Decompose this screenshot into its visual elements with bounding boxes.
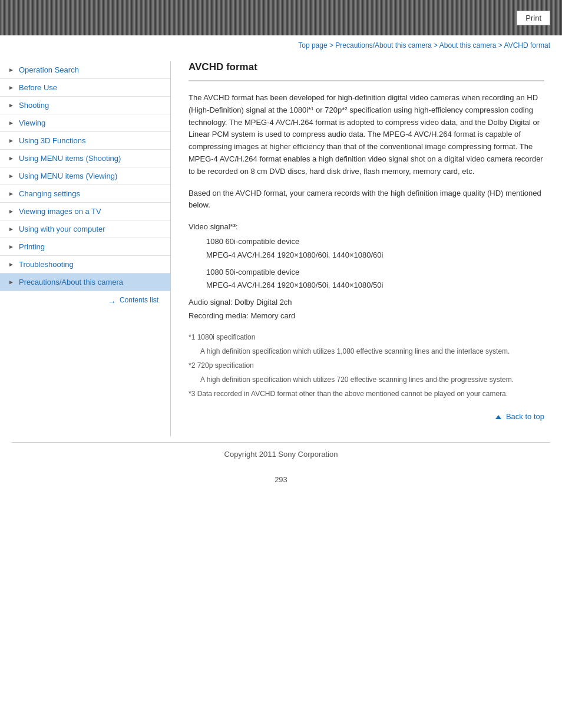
footnote-2-text: A high definition specification which ut… (200, 374, 544, 385)
arrow-icon-before-use: ► (8, 84, 15, 91)
arrow-icon-menu-viewing: ► (8, 173, 15, 180)
sidebar-label-printing: Printing (19, 242, 45, 251)
footnote-3-ref: *3 (189, 390, 195, 398)
footnote-3-text: Data recorded in AVCHD format other than… (197, 390, 508, 398)
breadcrumb-precautions[interactable]: Precautions/About this camera (335, 41, 431, 50)
back-to-top-label: Back to top (506, 412, 544, 421)
footnote-2-ref: *2 720p specification (189, 360, 544, 371)
arrow-icon-menu-shooting: ► (8, 155, 15, 162)
content-area: AVCHD format The AVCHD format has been d… (171, 61, 562, 436)
arrow-icon-troubleshooting: ► (8, 261, 15, 268)
breadcrumb-top-page[interactable]: Top page (298, 41, 327, 50)
sidebar-label-operation-search: Operation Search (19, 65, 79, 74)
video-line-2: MPEG-4 AVC/H.264 1920×1080/60i, 1440×108… (206, 249, 544, 262)
sidebar-item-precautions[interactable]: ► Precautions/About this camera (0, 274, 170, 291)
sidebar-item-troubleshooting[interactable]: ► Troubleshooting (0, 256, 170, 274)
sidebar-item-printing[interactable]: ► Printing (0, 238, 170, 256)
back-to-top-link[interactable]: Back to top (495, 412, 544, 421)
footnote-3-ref-text: *3 Data recorded in AVCHD format other t… (189, 388, 544, 399)
video-line-3: 1080 50i-compatible device (206, 266, 544, 279)
sidebar-label-precautions: Precautions/About this camera (19, 278, 123, 286)
sidebar: ► Operation Search ► Before Use ► Shooti… (0, 61, 171, 436)
page-number: 293 (0, 466, 562, 493)
content-paragraph-2: Based on the AVCHD format, your camera r… (189, 187, 544, 212)
arrow-icon-viewing-tv: ► (8, 208, 15, 215)
footnotes-section: *1 1080i specification A high definition… (189, 332, 544, 399)
content-paragraph-1: The AVCHD format has been developed for … (189, 92, 544, 178)
footnote-1-text: A high definition specification which ut… (200, 346, 544, 357)
sidebar-item-3d-functions[interactable]: ► Using 3D Functions (0, 132, 170, 150)
breadcrumb-about-camera[interactable]: About this camera (439, 41, 497, 50)
page-title-section: AVCHD format (189, 61, 544, 81)
sidebar-item-changing-settings[interactable]: ► Changing settings (0, 185, 170, 203)
copyright-text: Copyright 2011 Sony Corporation (224, 450, 338, 459)
sidebar-item-shooting[interactable]: ► Shooting (0, 97, 170, 114)
footer: Copyright 2011 Sony Corporation (0, 443, 562, 466)
recording-media: Recording media: Memory card (189, 310, 544, 322)
sidebar-item-operation-search[interactable]: ► Operation Search (0, 61, 170, 79)
sidebar-label-viewing: Viewing (19, 118, 45, 127)
video-line-4: MPEG-4 AVC/H.264 1920×1080/50i, 1440×108… (206, 279, 544, 292)
sidebar-item-menu-viewing[interactable]: ► Using MENU items (Viewing) (0, 167, 170, 185)
arrow-icon-computer: ► (8, 226, 15, 233)
sidebar-label-viewing-tv: Viewing images on a TV (19, 207, 101, 216)
video-signal-label: Video signal*³: (189, 221, 544, 233)
arrow-icon-3d: ► (8, 137, 15, 144)
sidebar-label-menu-shooting: Using MENU items (Shooting) (19, 154, 121, 163)
sidebar-label-shooting: Shooting (19, 101, 49, 110)
sidebar-label-before-use: Before Use (19, 83, 57, 92)
sidebar-label-3d: Using 3D Functions (19, 136, 85, 145)
arrow-icon-printing: ► (8, 243, 15, 251)
sidebar-label-computer: Using with your computer (19, 225, 105, 233)
print-button[interactable]: Print (517, 11, 550, 25)
triangle-up-icon (495, 415, 501, 419)
breadcrumb: Top page > Precautions/About this camera… (0, 35, 562, 55)
breadcrumb-sep-3: > (498, 41, 504, 50)
sidebar-item-computer[interactable]: ► Using with your computer (0, 220, 170, 238)
audio-signal: Audio signal: Dolby Digital 2ch (189, 297, 544, 309)
arrow-icon-operation-search: ► (8, 67, 15, 74)
sidebar-item-viewing[interactable]: ► Viewing (0, 114, 170, 132)
main-layout: ► Operation Search ► Before Use ► Shooti… (0, 55, 562, 442)
sidebar-item-before-use[interactable]: ► Before Use (0, 79, 170, 97)
content-section-block: Based on the AVCHD format, your camera r… (189, 187, 544, 322)
sidebar-label-menu-viewing: Using MENU items (Viewing) (19, 172, 117, 180)
sidebar-label-settings: Changing settings (19, 189, 80, 198)
contents-list-label: Contents list (120, 296, 158, 304)
arrow-icon-viewing: ► (8, 120, 15, 127)
page-title: AVCHD format (189, 61, 544, 73)
contents-list-arrow-icon (108, 297, 117, 303)
footnote-1-ref: *1 1080i specification (189, 332, 544, 342)
video-line-1: 1080 60i-compatible device (206, 236, 544, 248)
arrow-icon-shooting: ► (8, 102, 15, 109)
sidebar-item-viewing-tv[interactable]: ► Viewing images on a TV (0, 203, 170, 220)
breadcrumb-sep-1: > (329, 41, 335, 50)
breadcrumb-sep-2: > (434, 41, 439, 50)
sidebar-label-troubleshooting: Troubleshooting (19, 260, 74, 269)
contents-list-link[interactable]: Contents list (0, 291, 170, 309)
breadcrumb-avchd[interactable]: AVCHD format (504, 41, 550, 50)
back-to-top[interactable]: Back to top (189, 409, 544, 424)
header-bar: Print (0, 0, 562, 35)
arrow-icon-settings: ► (8, 190, 15, 197)
arrow-icon-precautions: ► (8, 279, 15, 286)
sidebar-item-menu-shooting[interactable]: ► Using MENU items (Shooting) (0, 150, 170, 167)
